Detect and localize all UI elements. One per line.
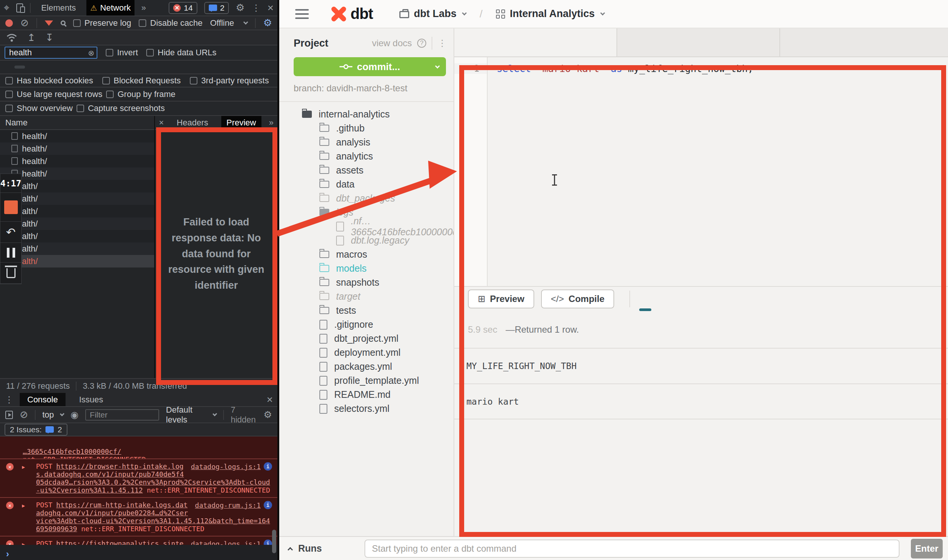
source-link[interactable]: datadog-logs.js:1 [191,463,261,471]
close-icon[interactable]: × [159,118,164,128]
filter-checkbox[interactable]: Blocked Requests [102,76,181,86]
network-filter-input[interactable] [5,47,97,59]
view-docs-link[interactable]: view docs [372,38,412,48]
stop-recording-button[interactable] [0,193,21,222]
compile-button[interactable]: </> Compile [541,289,614,308]
commit-button[interactable]: commit... [294,57,446,76]
log-levels-select[interactable]: Default levels [166,405,206,425]
delete-recording-button[interactable] [0,263,21,284]
tree-item[interactable]: assets [279,163,454,177]
request-row[interactable]: health/ [0,130,154,142]
disable-cache-checkbox[interactable]: Disable cache [139,18,202,28]
console-sidebar-icon[interactable] [5,411,13,419]
preserve-log-checkbox[interactable]: Preserve log [73,18,131,28]
settings-gear-icon[interactable]: ⚙ [236,2,244,14]
info-icon[interactable]: i [264,501,272,509]
runs-toggle[interactable]: Runs [298,543,322,554]
request-url-link[interactable]: …3665c416bfecb1000000cf/ [23,447,272,455]
tree-item[interactable]: analysis [279,135,454,149]
editor-tab[interactable] [454,28,617,56]
expand-arrow-icon[interactable]: ▶ [22,502,25,510]
tree-item[interactable]: internal-analytics [279,107,454,121]
console-settings-gear-icon[interactable]: ⚙ [264,409,272,420]
more-tabs-icon[interactable]: » [269,118,274,128]
device-toolbar-icon[interactable] [16,3,23,13]
enter-button[interactable]: Enter [911,539,943,558]
console-filter-input[interactable] [85,409,159,421]
option-checkbox[interactable]: Show overview [5,103,73,113]
console-error-row[interactable]: ✕ ▶ datadog-logs.js:1 i POSThttps://brow… [0,458,277,497]
expand-arrow-icon[interactable]: ▶ [22,463,25,471]
tree-item[interactable]: selectors.yml [279,402,454,416]
request-row[interactable]: alth/ [0,180,154,192]
console-prompt-icon[interactable]: › [0,545,277,559]
tree-item[interactable]: target [279,289,454,303]
console-error-row[interactable]: ✕ ▶ datadog-logs.js:1 i POSThttps://fish… [0,536,277,545]
tree-item[interactable]: snapshots [279,275,454,289]
help-icon[interactable]: ? [417,39,426,48]
tree-item[interactable]: README.md [279,388,454,402]
kebab-menu-icon[interactable]: ⋮ [252,3,261,13]
issues-badge[interactable]: 2 [204,2,229,14]
source-link[interactable]: datadog-logs.js:1 [191,540,261,545]
tree-item[interactable]: analytics [279,149,454,163]
tree-item[interactable]: data [279,177,454,191]
hamburger-menu-icon[interactable] [295,9,309,19]
project-switcher[interactable]: Internal Analytics [496,8,604,20]
option-checkbox[interactable]: Use large request rows [5,89,102,99]
info-icon[interactable]: i [264,462,272,471]
filter-funnel-icon[interactable] [45,20,53,26]
chevron-down-icon[interactable] [243,20,248,25]
editor-tab[interactable] [617,28,780,56]
error-badge[interactable]: ✕ 14 [169,2,197,14]
type-filter-chip[interactable] [14,66,25,69]
code-area[interactable]: select 'mario kart' as my_life_right_now… [488,57,753,286]
invert-checkbox[interactable]: Invert [106,48,138,58]
request-row[interactable]: health/ [0,167,154,180]
org-switcher[interactable]: dbt Labs [399,8,466,20]
request-row[interactable]: alth/ [0,255,154,267]
source-link[interactable]: datadog-rum.js:1 [195,501,261,509]
kebab-menu-icon[interactable]: ⋮ [5,394,14,405]
close-icon[interactable]: × [267,394,273,406]
chevron-down-icon[interactable] [435,64,440,69]
sql-editor[interactable]: 1 select 'mario kart' as my_life_right_n… [454,57,948,286]
console-error-row[interactable]: ✕ ▶ datadog-rum.js:1 i POSThttps://rum-h… [0,497,277,536]
throttling-select[interactable]: Offline [210,18,234,28]
tab-headers[interactable]: Headers [171,116,213,129]
network-settings-gear-icon[interactable]: ⚙ [263,17,272,29]
restart-recording-button[interactable]: ↶ [0,222,21,243]
tab-console[interactable]: Console [20,393,66,406]
tree-item[interactable]: .github [279,121,454,135]
request-row[interactable]: alth/ [0,242,154,255]
tree-item[interactable]: dbt_packages [279,191,454,205]
console-scrollbar[interactable] [272,530,276,553]
tree-item[interactable]: profile_template.yml [279,374,454,388]
request-row[interactable]: health/ [0,155,154,167]
issues-chip[interactable]: 2 Issues: 2 [5,424,67,436]
tab-preview[interactable]: Preview [221,116,261,129]
request-url-link[interactable]: https://fishtownanalytics.sinter-collect… [36,540,184,545]
tree-item[interactable]: deployment.yml [279,346,454,360]
dbt-logo[interactable]: dbt [330,5,373,23]
pause-recording-button[interactable] [0,243,21,263]
result-row[interactable]: mario kart [454,384,948,419]
preview-button[interactable]: ⊞ Preview [468,289,534,308]
record-icon[interactable] [5,19,13,27]
tree-item[interactable]: dbt_project.yml [279,332,454,346]
more-tabs-icon[interactable]: » [141,3,146,13]
tree-item[interactable]: tests [279,303,454,318]
kebab-menu-icon[interactable]: ⋮ [438,38,447,48]
tree-item[interactable]: .nf…3665c416bfecb1000000cf [279,219,454,233]
expand-arrow-icon[interactable]: ▶ [22,540,25,545]
tree-item[interactable]: packages.yml [279,360,454,374]
clear-icon[interactable]: ⊘ [20,17,29,29]
search-icon[interactable] [61,20,66,25]
clear-console-icon[interactable]: ⊘ [20,409,28,421]
network-conditions-icon[interactable] [6,33,17,42]
context-select[interactable]: top [42,410,54,420]
filter-checkbox[interactable]: 3rd-party requests [190,76,269,86]
import-har-icon[interactable]: ↥ [27,32,36,44]
option-checkbox[interactable]: Capture screenshots [77,103,165,113]
tab-issues[interactable]: Issues [72,393,111,406]
